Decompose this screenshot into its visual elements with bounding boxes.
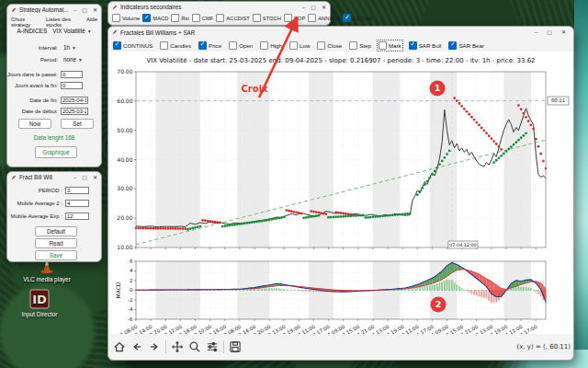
index-group-label[interactable]: A-INDICES [17,28,47,34]
save-button[interactable]: Save [35,250,77,260]
checkbox-box[interactable] [112,14,120,22]
checkbox-step[interactable]: Step [349,41,371,50]
checkbox-box[interactable] [171,14,179,22]
checkbox-annote[interactable]: ANNOTE [308,14,340,22]
field-input-mobile-average-exp[interactable] [65,213,89,220]
strategy-titlebar[interactable]: Strategy Automat... –▢✕ [7,5,101,15]
checkbox-low[interactable]: Low [289,41,310,50]
fractales-titlebar[interactable]: Fractales Bill Williams + SAR –▢✕ [108,27,573,38]
field-input-jours-dans-le-pass[interactable] [61,71,83,78]
minimize-icon[interactable]: – [535,29,537,35]
fract-titlebar[interactable]: Fract Bill Will –▢✕ [7,172,101,182]
sar-bear-dot [463,108,466,110]
graphique-button[interactable]: Graphique [35,146,77,158]
strategy-window[interactable]: Strategy Automat... –▢✕ Choix strategy L… [6,4,102,167]
checkbox-sar-bull[interactable]: SAR Bull [409,41,442,50]
checkbox-box[interactable] [409,41,417,50]
checkbox-box[interactable] [229,41,237,50]
sar-bull-dot [347,215,350,218]
close-icon[interactable]: ✕ [561,29,566,35]
checkbox-candles[interactable]: Candles [160,41,191,50]
checkbox-open[interactable]: Open [229,41,253,50]
checkbox-box[interactable] [284,14,292,22]
sar-bear-dot [164,227,167,230]
sar-bull-dot [428,177,431,179]
checkbox-box[interactable] [308,14,316,22]
field-input-mobile-average-2[interactable] [65,200,89,207]
checkbox-box[interactable] [317,41,325,50]
checkbox-rsi[interactable]: Rsi [171,14,188,22]
sar-bear-dot [204,219,207,222]
maximize-icon[interactable]: ▢ [82,175,87,180]
menu-listes-des-stocks[interactable]: Listes des stocks [46,17,81,28]
checkbox-box[interactable] [216,14,224,22]
back-icon[interactable] [130,340,143,353]
checkbox-accdist[interactable]: ACCDIST [216,14,249,22]
checkbox-box[interactable] [253,14,261,22]
field-input-period[interactable] [65,187,89,194]
checkbox-price[interactable]: Price [198,41,221,50]
checkbox-box[interactable] [192,14,200,22]
desktop-icon-input-director[interactable]: ID Input Director [13,289,66,317]
minimize-icon[interactable]: – [74,7,76,13]
default-button[interactable]: Default [35,226,77,236]
checkbox-box[interactable] [379,41,387,50]
now-button[interactable]: Now [18,119,51,129]
forward-icon[interactable] [148,340,161,353]
checkbox-sar-bear[interactable]: SAR Bear [448,41,484,50]
checkbox-cross[interactable]: CROSS [343,14,372,22]
desktop-icon-label: Input Director [13,311,66,317]
fractales-window[interactable]: Fractales Bill Williams + SAR –▢✕ CONTIN… [107,26,574,361]
maximize-icon[interactable]: ▢ [311,5,316,10]
fract-window[interactable]: Fract Bill Will –▢✕ PERIOD :Mobile Avera… [6,171,102,262]
maximize-icon[interactable]: ▢ [82,7,87,13]
checkbox-box[interactable] [160,41,168,50]
checkbox-box[interactable] [343,14,351,22]
checkbox-label: CONTINUS [123,42,153,49]
field-input-date-de-fin[interactable] [61,97,88,104]
close-icon[interactable]: ✕ [322,5,326,10]
checkbox-macd[interactable]: MACD [142,14,168,22]
minimize-icon[interactable]: – [74,175,76,180]
configure-subplots-icon[interactable] [206,340,219,353]
field-input-date-de-d-but[interactable] [61,108,88,115]
checkbox-box[interactable] [142,14,151,22]
indicators-titlebar[interactable]: Indicateurs secondaires –▢✕ [108,2,330,12]
checkbox-cmf[interactable]: CMF [192,14,214,22]
save-icon[interactable] [229,340,242,353]
interval-dropdown[interactable]: 1h▼ [63,44,76,51]
set-button[interactable]: Set [61,119,94,129]
zoom-icon[interactable] [188,340,201,353]
checkbox-close[interactable]: Close [317,41,342,50]
pan-icon[interactable] [171,340,184,353]
home-icon[interactable] [113,340,126,353]
figure-canvas[interactable]: VIX Volatilité - date start: 25-03-2025 … [109,52,573,334]
checkbox-box[interactable] [113,41,121,50]
minimize-icon[interactable]: – [302,5,305,10]
sar-bear-dot [539,153,542,155]
index-dropdown[interactable]: VIX Volatilité▼ [52,28,91,34]
checkbox-volume[interactable]: Volume [112,14,140,22]
read-button[interactable]: Read [35,238,77,248]
field-input-jours-avant-la-fin[interactable] [61,82,83,89]
checkbox-box[interactable] [198,41,207,50]
close-icon[interactable]: ✕ [93,7,97,13]
period-dropdown[interactable]: none▼ [63,56,83,63]
checkbox-box[interactable] [289,41,298,50]
checkbox-box[interactable] [349,41,357,50]
maximize-icon[interactable]: ▢ [547,29,552,35]
checkbox-stoch[interactable]: STOCH [253,14,281,22]
checkbox-box[interactable] [260,41,268,50]
checkbox-bop[interactable]: BOP [284,14,305,22]
sar-bull-dot [263,219,266,222]
indicators-window[interactable]: Indicateurs secondaires –▢✕ VolumeMACDRs… [107,1,331,26]
menu-choix-strategy[interactable]: Choix strategy [11,17,40,28]
checkbox-continus[interactable]: CONTINUS [113,41,153,50]
checkbox-box[interactable] [448,41,457,50]
checkbox-mark[interactable]: Mark [379,41,401,50]
svg-text:ID: ID [32,293,47,306]
checkbox-high[interactable]: High [260,41,282,50]
svg-text:60.00: 60.00 [117,98,132,104]
close-icon[interactable]: ✕ [93,175,97,180]
menu-aide[interactable]: Aide [86,17,97,28]
